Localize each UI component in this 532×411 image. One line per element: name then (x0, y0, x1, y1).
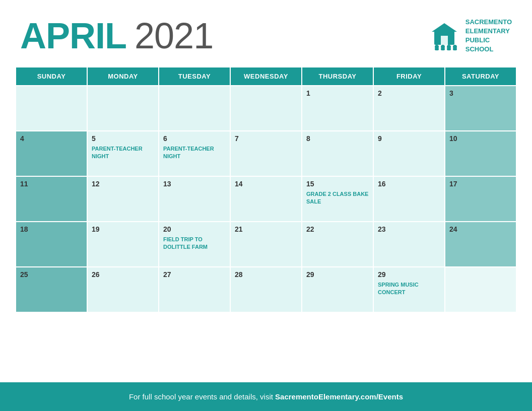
col-wednesday: WEDNESDAY (230, 67, 302, 86)
col-saturday: SATURDAY (445, 67, 516, 86)
calendar-cell: 4 (16, 131, 87, 176)
day-number: 21 (235, 225, 297, 233)
day-number: 1 (306, 89, 369, 97)
calendar-week-2: 1112131415GRADE 2 CLASS BAKE SALE1617 (16, 176, 516, 222)
calendar-cell: 14 (230, 176, 302, 222)
day-number: 7 (235, 134, 297, 143)
calendar-cell: 10 (445, 131, 516, 176)
day-number: 26 (92, 270, 154, 279)
calendar-cell (159, 86, 230, 131)
day-number: 2 (378, 89, 440, 97)
calendar-cell: 6PARENT-TEACHER NIGHT (159, 131, 230, 176)
calendar-week-4: 252627282929SPRING MUSIC CONCERT (16, 267, 516, 312)
day-number: 18 (20, 225, 83, 233)
day-number: 17 (449, 180, 512, 188)
calendar-header-row: SUNDAY MONDAY TUESDAY WEDNESDAY THURSDAY… (16, 67, 516, 86)
calendar-cell: 16 (373, 176, 445, 222)
calendar-cell: 3 (445, 86, 516, 131)
day-number: 15 (306, 180, 369, 188)
calendar-cell (230, 86, 302, 131)
calendar-cell: 27 (159, 267, 230, 312)
calendar-cell: 23 (373, 222, 445, 267)
calendar-cell: 28 (230, 267, 302, 312)
day-number: 24 (449, 225, 512, 233)
calendar-cell: 8 (302, 131, 373, 176)
month-title: APRIL (20, 15, 126, 56)
calendar-week-1: 45PARENT-TEACHER NIGHT6PARENT-TEACHER NI… (16, 131, 516, 176)
day-number: 27 (163, 270, 226, 279)
calendar-cell: 1 (302, 86, 373, 131)
day-number: 10 (449, 134, 512, 143)
footer-link[interactable]: SacrementoElementary.com/Events (275, 392, 403, 401)
school-name: SACREMENTOELEMENTARYPUBLICSCHOOL (466, 18, 512, 54)
calendar-cell: 9 (373, 131, 445, 176)
day-number: 22 (306, 225, 369, 233)
svg-rect-9 (447, 48, 451, 50)
page-header: APRIL 2021 SACREMENTOELEMENTARYPUBLICSCH… (0, 0, 532, 66)
day-number: 29 (306, 270, 369, 279)
school-logo: SACREMENTOELEMENTARYPUBLICSCHOOL (429, 18, 512, 54)
day-number: 11 (20, 180, 83, 188)
day-number: 25 (20, 270, 83, 279)
day-number: 14 (235, 180, 297, 188)
footer: For full school year events and details,… (0, 382, 532, 411)
calendar-cell: 26 (87, 267, 159, 312)
event-label: SPRING MUSIC CONCERT (378, 282, 419, 295)
col-tuesday: TUESDAY (159, 67, 230, 86)
calendar-week-0: 123 (16, 86, 516, 131)
calendar-cell: 15GRADE 2 CLASS BAKE SALE (302, 176, 373, 222)
event-label: PARENT-TEACHER NIGHT (163, 146, 214, 159)
calendar-week-3: 181920FIELD TRIP TO DOLITTLE FARM2122232… (16, 222, 516, 267)
day-number: 20 (163, 225, 226, 233)
col-monday: MONDAY (87, 67, 159, 86)
title-block: APRIL 2021 (20, 15, 213, 56)
day-number: 13 (163, 180, 226, 188)
calendar-wrapper: SUNDAY MONDAY TUESDAY WEDNESDAY THURSDAY… (0, 66, 532, 372)
day-number: 8 (306, 134, 369, 143)
col-sunday: SUNDAY (16, 67, 87, 86)
calendar-cell: 13 (159, 176, 230, 222)
event-label: FIELD TRIP TO DOLITTLE FARM (163, 236, 208, 250)
calendar-cell (87, 86, 159, 131)
calendar-cell: 11 (16, 176, 87, 222)
day-number: 19 (92, 225, 154, 233)
svg-rect-10 (453, 48, 457, 50)
calendar-cell: 29SPRING MUSIC CONCERT (373, 267, 445, 312)
calendar-table: SUNDAY MONDAY TUESDAY WEDNESDAY THURSDAY… (15, 66, 517, 313)
event-label: PARENT-TEACHER NIGHT (92, 146, 143, 159)
svg-marker-2 (432, 23, 457, 32)
day-number: 5 (92, 134, 154, 143)
day-number: 12 (92, 180, 154, 188)
calendar-cell: 5PARENT-TEACHER NIGHT (87, 131, 159, 176)
calendar-cell: 22 (302, 222, 373, 267)
year-title: 2021 (135, 15, 213, 56)
calendar-cell: 20FIELD TRIP TO DOLITTLE FARM (159, 222, 230, 267)
calendar-cell: 2 (373, 86, 445, 131)
day-number: 16 (378, 180, 440, 188)
svg-rect-7 (435, 48, 439, 50)
calendar-cell: 7 (230, 131, 302, 176)
day-number: 3 (449, 89, 512, 97)
calendar-cell (445, 267, 516, 312)
calendar-cell: 18 (16, 222, 87, 267)
footer-text: For full school year events and details,… (129, 392, 275, 401)
event-label: GRADE 2 CLASS BAKE SALE (306, 191, 368, 204)
col-friday: FRIDAY (373, 67, 445, 86)
calendar-cell: 12 (87, 176, 159, 222)
day-number: 29 (378, 270, 440, 279)
school-icon (429, 21, 459, 51)
calendar-cell: 17 (445, 176, 516, 222)
day-number: 28 (235, 270, 297, 279)
calendar-cell: 19 (87, 222, 159, 267)
day-number: 9 (378, 134, 440, 143)
calendar-cell: 29 (302, 267, 373, 312)
day-number: 23 (378, 225, 440, 233)
calendar-cell (16, 86, 87, 131)
day-number: 4 (20, 134, 83, 143)
day-number: 6 (163, 134, 226, 143)
svg-rect-1 (441, 36, 448, 45)
calendar-cell: 24 (445, 222, 516, 267)
svg-rect-8 (441, 48, 445, 50)
calendar-cell: 25 (16, 267, 87, 312)
col-thursday: THURSDAY (302, 67, 373, 86)
